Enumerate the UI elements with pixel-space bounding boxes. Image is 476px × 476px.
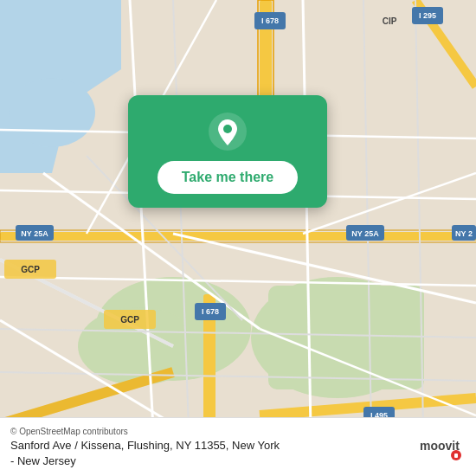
moovit-logo-svg: moovit (418, 431, 466, 464)
svg-text:GCP: GCP (120, 315, 139, 325)
location-pin-icon (209, 113, 247, 151)
svg-text:NY 2: NY 2 (455, 229, 473, 238)
location-card: Take me there (128, 95, 327, 208)
svg-text:CIP: CIP (383, 16, 397, 26)
svg-text:I 295: I 295 (419, 11, 436, 20)
svg-text:NY 25A: NY 25A (21, 229, 48, 238)
svg-rect-10 (0, 232, 476, 241)
svg-text:moovit: moovit (420, 439, 460, 453)
svg-rect-6 (268, 286, 424, 389)
take-me-there-button[interactable]: Take me there (158, 161, 298, 194)
svg-text:GCP: GCP (21, 265, 40, 274)
osm-attribution: © OpenStreetMap contributors (10, 427, 280, 436)
svg-point-58 (223, 125, 232, 133)
svg-rect-61 (454, 453, 458, 458)
bottom-bar: © OpenStreetMap contributors Sanford Ave… (0, 417, 476, 476)
moovit-logo: moovit (418, 431, 466, 464)
svg-text:NY 25A: NY 25A (351, 229, 379, 238)
location-address: Sanford Ave / Kissena, Flushing, NY 1135… (10, 438, 280, 469)
map-container: GCP GCP I 678 I 678 NY 25A NY 25A NY 2 I… (0, 0, 476, 476)
map-background: GCP GCP I 678 I 678 NY 25A NY 25A NY 2 I… (0, 0, 476, 476)
svg-text:I 678: I 678 (202, 307, 219, 316)
svg-point-3 (9, 78, 95, 147)
svg-text:I 678: I 678 (261, 16, 279, 25)
bottom-left-info: © OpenStreetMap contributors Sanford Ave… (10, 427, 280, 469)
